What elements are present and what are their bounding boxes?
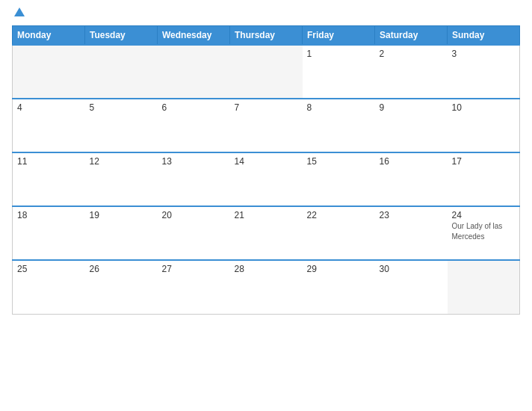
day-number: 15 xyxy=(307,156,371,167)
calendar-cell: 28 xyxy=(230,260,303,314)
calendar-cell xyxy=(230,45,303,99)
calendar-cell: 15 xyxy=(303,152,375,206)
day-number: 2 xyxy=(380,49,443,59)
day-number: 3 xyxy=(452,49,516,59)
day-number: 29 xyxy=(307,264,371,274)
day-number: 7 xyxy=(235,102,298,113)
calendar-cell: 8 xyxy=(303,99,375,152)
logo xyxy=(12,9,25,18)
calendar-cell: 25 xyxy=(13,260,85,314)
day-number: 23 xyxy=(380,210,443,220)
day-number: 30 xyxy=(380,264,443,274)
calendar-header-row: MondayTuesdayWednesdayThursdayFridaySatu… xyxy=(13,26,520,46)
weekday-header: Wednesday xyxy=(158,26,230,46)
calendar-table: MondayTuesdayWednesdayThursdayFridaySatu… xyxy=(12,25,520,315)
day-number: 8 xyxy=(307,102,371,113)
calendar-cell: 29 xyxy=(303,260,375,314)
calendar-cell: 17 xyxy=(448,152,520,206)
calendar-cell: 14 xyxy=(230,152,303,206)
day-number: 4 xyxy=(17,102,81,113)
calendar-week-row: 252627282930 xyxy=(13,260,520,314)
logo-triangle-icon xyxy=(14,7,25,16)
weekday-header: Thursday xyxy=(230,26,303,46)
calendar-cell: 5 xyxy=(85,99,158,152)
weekday-header: Tuesday xyxy=(85,26,158,46)
calendar-cell: 13 xyxy=(158,152,230,206)
day-number: 12 xyxy=(90,156,153,167)
calendar-cell xyxy=(13,45,85,99)
calendar-cell: 10 xyxy=(448,99,520,152)
day-number: 5 xyxy=(90,102,153,113)
calendar-cell: 23 xyxy=(375,206,448,260)
day-number: 14 xyxy=(235,156,298,167)
day-number: 22 xyxy=(307,210,371,220)
calendar-cell: 26 xyxy=(85,260,158,314)
weekday-header: Friday xyxy=(303,26,375,46)
day-number: 10 xyxy=(452,102,516,113)
header xyxy=(12,9,520,18)
day-number: 24 xyxy=(452,210,516,220)
calendar-cell: 2 xyxy=(375,45,448,99)
day-number: 26 xyxy=(90,264,153,274)
calendar-page: MondayTuesdayWednesdayThursdayFridaySatu… xyxy=(0,0,532,411)
calendar-cell: 30 xyxy=(375,260,448,314)
event-label: Our Lady of las Mercedes xyxy=(452,222,503,241)
calendar-week-row: 123 xyxy=(13,45,520,99)
calendar-cell: 9 xyxy=(375,99,448,152)
day-number: 9 xyxy=(380,102,443,113)
day-number: 6 xyxy=(162,102,226,113)
calendar-cell: 27 xyxy=(158,260,230,314)
weekday-header: Sunday xyxy=(448,26,520,46)
calendar-cell: 22 xyxy=(303,206,375,260)
calendar-cell xyxy=(158,45,230,99)
day-number: 17 xyxy=(452,156,516,167)
day-number: 27 xyxy=(162,264,226,274)
day-number: 11 xyxy=(17,156,81,167)
day-number: 13 xyxy=(162,156,226,167)
calendar-cell xyxy=(448,260,520,314)
calendar-cell: 19 xyxy=(85,206,158,260)
calendar-cell: 20 xyxy=(158,206,230,260)
calendar-cell: 12 xyxy=(85,152,158,206)
day-number: 16 xyxy=(380,156,443,167)
calendar-cell: 24Our Lady of las Mercedes xyxy=(448,206,520,260)
calendar-cell: 4 xyxy=(13,99,85,152)
calendar-cell: 6 xyxy=(158,99,230,152)
day-number: 20 xyxy=(162,210,226,220)
logo-top xyxy=(12,9,25,18)
day-number: 21 xyxy=(235,210,298,220)
weekday-header: Monday xyxy=(13,26,85,46)
calendar-cell xyxy=(85,45,158,99)
calendar-week-row: 11121314151617 xyxy=(13,152,520,206)
calendar-cell: 3 xyxy=(448,45,520,99)
day-number: 18 xyxy=(17,210,81,220)
calendar-week-row: 45678910 xyxy=(13,99,520,152)
calendar-cell: 18 xyxy=(13,206,85,260)
calendar-week-row: 18192021222324Our Lady of las Mercedes xyxy=(13,206,520,260)
day-number: 25 xyxy=(17,264,81,274)
calendar-cell: 1 xyxy=(303,45,375,99)
weekday-header: Saturday xyxy=(375,26,448,46)
day-number: 28 xyxy=(235,264,298,274)
calendar-cell: 11 xyxy=(13,152,85,206)
calendar-cell: 16 xyxy=(375,152,448,206)
day-number: 1 xyxy=(307,49,371,59)
calendar-cell: 7 xyxy=(230,99,303,152)
calendar-cell: 21 xyxy=(230,206,303,260)
day-number: 19 xyxy=(90,210,153,220)
